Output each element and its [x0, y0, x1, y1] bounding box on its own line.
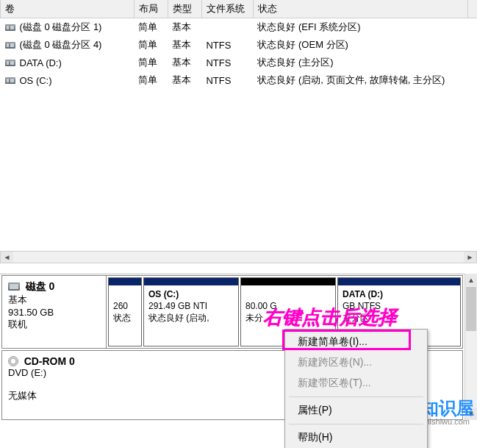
col-filesystem[interactable]: 文件系统 [201, 0, 253, 18]
volume-table: 卷 布局 类型 文件系统 状态 (磁盘 0 磁盘分区 1)简单基本状态良好 (E… [0, 0, 477, 89]
menu-separator [289, 397, 423, 397]
scroll-left-button[interactable]: ◄ [1, 252, 13, 263]
cdrom-title: CD-ROM 0 [24, 355, 75, 367]
menu-new-striped-volume[interactable]: 新建带区卷(T)... [287, 373, 425, 394]
cdrom-line2: 无媒体 [8, 390, 37, 401]
table-row[interactable]: OS (C:)简单基本NTFS状态良好 (启动, 页面文件, 故障转储, 主分区… [1, 71, 478, 89]
cell-layout: 简单 [134, 54, 168, 71]
partition-header [109, 278, 141, 285]
col-overflow [468, 0, 478, 18]
cdrom-icon [8, 356, 18, 366]
cell-layout: 简单 [134, 71, 168, 89]
scroll-right-button[interactable]: ► [464, 252, 476, 263]
partition-box[interactable]: OS (C:)291.49 GB NTI状态良好 (启动, [143, 277, 239, 346]
cell-layout: 简单 [134, 36, 168, 54]
col-status[interactable]: 状态 [253, 0, 467, 18]
menu-help[interactable]: 帮助(H) [287, 427, 425, 448]
cell-volume: (磁盘 0 磁盘分区 4) [15, 36, 135, 54]
disk-0-title: 磁盘 0 [26, 280, 55, 292]
menu-separator [289, 424, 423, 424]
cell-volume: OS (C:) [15, 71, 135, 89]
cell-type: 基本 [168, 36, 201, 54]
col-layout[interactable]: 布局 [134, 0, 168, 18]
volume-icon [5, 24, 15, 31]
partition-body: OS (C:)291.49 GB NTI状态良好 (启动, [144, 285, 238, 329]
cell-layout: 简单 [134, 18, 168, 37]
table-row[interactable]: DATA (D:)简单基本NTFS状态良好 (主分区) [1, 54, 478, 71]
cell-type: 基本 [168, 71, 201, 89]
cell-type: 基本 [168, 18, 201, 37]
disk-0-state: 联机 [8, 319, 27, 330]
cell-status: 状态良好 (主分区) [253, 54, 467, 71]
cell-status: 状态良好 (EFI 系统分区) [253, 18, 467, 37]
menu-properties[interactable]: 属性(P) [287, 400, 425, 421]
table-row[interactable]: (磁盘 0 磁盘分区 1)简单基本状态良好 (EFI 系统分区) [1, 18, 478, 37]
volume-icon [5, 77, 15, 84]
col-volume[interactable]: 卷 [1, 0, 135, 18]
cdrom-label[interactable]: CD-ROM 0 DVD (E:) 无媒体 [2, 351, 112, 419]
menu-new-spanned-volume[interactable]: 新建跨区卷(N)... [287, 352, 425, 373]
partition-box[interactable]: 260 状态 [108, 277, 142, 346]
cdrom-line1: DVD (E:) [8, 367, 46, 378]
scroll-thumb[interactable] [466, 287, 476, 331]
partition-body: 260 状态 [109, 285, 141, 329]
watermark-url: zhishiwu.com [421, 417, 474, 426]
volume-icon [5, 42, 15, 49]
partition-body: DATA (D:)GB NTFS主分区 [338, 285, 460, 329]
cell-filesystem: NTFS [201, 71, 253, 89]
scroll-up-button[interactable]: ▲ [465, 274, 477, 286]
cell-filesystem: NTFS [201, 36, 253, 54]
partition-header [144, 278, 238, 285]
cell-volume: DATA (D:) [15, 54, 135, 71]
menu-new-simple-volume[interactable]: 新建简单卷(I)... [287, 332, 425, 352]
disk-0-kind: 基本 [8, 294, 27, 305]
cell-status: 状态良好 (启动, 页面文件, 故障转储, 主分区) [253, 71, 467, 89]
cell-filesystem [201, 18, 253, 37]
cell-status: 状态良好 (OEM 分区) [253, 36, 467, 54]
cell-type: 基本 [168, 54, 201, 71]
partition-body: 80.00 G未分 [241, 285, 335, 329]
disk-icon [8, 282, 20, 291]
disk-0-label[interactable]: 磁盘 0 基本 931.50 GB 联机 [2, 276, 107, 348]
col-type[interactable]: 类型 [168, 0, 201, 18]
disk-0-size: 931.50 GB [8, 307, 54, 318]
partition-header [338, 278, 460, 285]
volume-icon [5, 60, 15, 66]
scroll-track[interactable] [13, 252, 464, 263]
watermark-title: 知识屋 [421, 399, 474, 417]
context-menu: 新建简单卷(I)... 新建跨区卷(N)... 新建带区卷(T)... 属性(P… [284, 329, 428, 448]
horizontal-scrollbar[interactable]: ◄ ► [0, 251, 477, 263]
cell-volume: (磁盘 0 磁盘分区 1) [15, 18, 135, 37]
cell-filesystem: NTFS [201, 54, 253, 71]
table-header-row: 卷 布局 类型 文件系统 状态 [1, 0, 478, 18]
table-row[interactable]: (磁盘 0 磁盘分区 4)简单基本NTFS状态良好 (OEM 分区) [1, 36, 478, 54]
partition-header [241, 278, 335, 285]
